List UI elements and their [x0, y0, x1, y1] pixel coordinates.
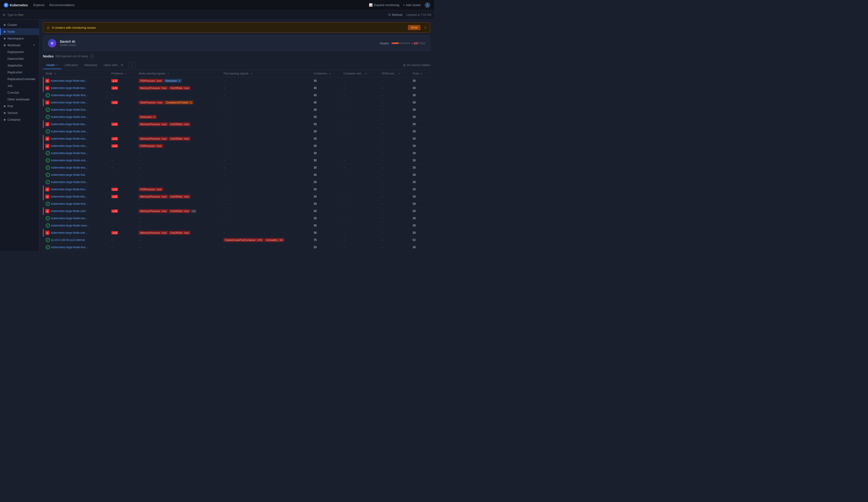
node-name[interactable]: kubernetes-large-Node-thre... — [51, 94, 88, 97]
warning-tag: MemoryPressure : true — [138, 137, 168, 141]
node-name[interactable]: kubernetes-large-Node-one... — [51, 137, 87, 140]
node-warnings-cell: PIDPressure : true — [136, 142, 221, 150]
warning-tag: PIDPressure : true — [138, 144, 163, 148]
node-name[interactable]: ip-10-0-130-92.ec2.internal — [51, 238, 85, 242]
col-header-container-rest[interactable]: Container rest... ⇅ — [341, 70, 379, 77]
node-name[interactable]: kubernetes-large-Node-two... — [51, 195, 87, 198]
node-warnings-cell: PIDPressure : trueRebooted : 2 — [136, 77, 221, 84]
node-name[interactable]: kubernetes-large-Node-one... — [51, 159, 88, 162]
filter-bar: ⊞ ↻ Refresh Updated at 7:53 PM — [0, 10, 434, 20]
node-name[interactable]: kubernetes-large-Node-thre... — [51, 202, 88, 205]
node-name[interactable]: kubernetes-large-Node-four... — [51, 152, 88, 155]
node-name[interactable]: kubernetes-large-Node-two... — [51, 123, 87, 126]
node-cell: ◇ kubernetes-large-Node-two... — [43, 77, 109, 84]
explorer-link[interactable]: Explorer — [33, 3, 44, 7]
sidebar-item-deployment[interactable]: Deployment — [0, 49, 39, 55]
node-name[interactable]: kubernetes-large-Node-four... — [51, 245, 88, 249]
sidebar-item-replicaset[interactable]: ReplicaSet — [0, 69, 39, 76]
alert-close-button[interactable]: ✕ — [424, 26, 427, 30]
sidebar-item-node[interactable]: Node — [0, 28, 39, 35]
sidebar-item-namespace[interactable]: Namespace — [0, 35, 39, 42]
sidebar-item-replicationcontroller[interactable]: ReplicationController — [0, 76, 39, 82]
davis-logo: D — [48, 39, 56, 47]
node-cell: ◇ kubernetes-large-Node-one... — [43, 229, 109, 237]
refresh-button[interactable]: ↻ Refresh — [388, 13, 403, 17]
col-header-containers[interactable]: Containers ⇅ — [311, 70, 341, 77]
node-name[interactable]: kubernetes-large-Node-four... — [51, 108, 88, 111]
node-name[interactable]: kubernetes-large-Node-one... — [51, 231, 87, 234]
tab-open-with[interactable]: Open with... ⧉ — [100, 61, 126, 69]
node-name[interactable]: kubernetes-large-Node-thre... — [51, 180, 88, 184]
tab-metadata[interactable]: Metadata — [81, 61, 100, 69]
node-name[interactable]: kubernetes-large-Node-two... — [51, 217, 87, 220]
tab-health[interactable]: Health ✏ — [43, 61, 62, 69]
node-cell: ◇ kubernetes-large-Node-two... — [43, 193, 109, 200]
oom-cell: – — [379, 229, 410, 237]
pod-warnings-cell: – — [221, 229, 311, 237]
sidebar-label-job: Job — [8, 84, 12, 88]
problems-cell: ◇ 1 — [109, 121, 136, 128]
col-header-node[interactable]: Node ⇅ — [43, 70, 109, 77]
col-header-pod-warnings[interactable]: Pod warning signals ⇅ — [221, 70, 311, 77]
node-name[interactable]: kubernetes-large-Node-one... — [51, 130, 88, 133]
problems-cell: – — [109, 92, 136, 99]
col-header-problems[interactable]: Problems ⇅ — [109, 70, 136, 77]
sidebar-item-statefulset[interactable]: StatefulSet — [0, 62, 39, 69]
node-name[interactable]: kubernetes-large-Node-one... — [51, 101, 87, 104]
nav-links: Explorer Recommendations — [33, 3, 75, 7]
davis-card: D Davis® AI Health status Nodes ♦ 197 / … — [43, 36, 430, 51]
container-rest-cell: – — [341, 251, 379, 251]
sidebar-label-deployment: Deployment — [8, 50, 23, 54]
sidebar-item-cronjob[interactable]: CronJob — [0, 89, 39, 96]
nodes-info-icon[interactable]: i — [90, 54, 94, 58]
more-options-button[interactable]: ⋮ — [128, 62, 135, 68]
oom-cell: – — [379, 84, 410, 92]
problems-cell: – — [109, 157, 136, 164]
sidebar-item-container[interactable]: Container — [0, 116, 39, 123]
pod-warnings-cell: – — [221, 171, 311, 179]
node-dash: – — [138, 224, 140, 227]
col-header-pods[interactable]: Pods ⇅ — [410, 70, 430, 77]
alert-show-button[interactable]: Show — [408, 25, 421, 30]
pod-warnings-cell: – — [221, 142, 311, 150]
sidebar-item-service[interactable]: Service — [0, 110, 39, 116]
sidebar-item-cluster[interactable]: Cluster — [0, 21, 39, 28]
node-name[interactable]: kubernetes-large-Node-zero — [51, 209, 86, 213]
columns-hidden-button[interactable]: ⊞ 29 columns hidden — [403, 63, 430, 67]
pods-cell: 30 — [410, 179, 430, 186]
recommendations-link[interactable]: Recommendations — [49, 3, 74, 7]
sidebar-item-workload[interactable]: Workload ▼ — [0, 42, 39, 49]
filter-input[interactable] — [7, 13, 386, 17]
node-dash: – — [138, 159, 140, 162]
sidebar-item-daemonset[interactable]: DaemonSet — [0, 55, 39, 62]
tab-utilization[interactable]: Utilization — [62, 61, 81, 69]
kubernetes-icon: K — [4, 3, 8, 8]
node-cell: ✓ kubernetes-large-Node-thre... — [43, 200, 109, 208]
tab-edit-icon[interactable]: ✏ — [56, 63, 58, 67]
no-problem: – — [111, 245, 113, 249]
node-name[interactable]: kubernetes-large-Node-four... — [51, 188, 87, 191]
node-name[interactable]: kubernetes-large-Node-seve... — [51, 224, 89, 227]
oom-cell: – — [379, 164, 410, 171]
node-name[interactable]: kubernetes-large-Node-two... — [51, 87, 87, 90]
node-name[interactable]: kubernetes-large-Node-one... — [51, 116, 88, 119]
user-avatar[interactable]: 👤 — [425, 2, 430, 8]
containers-cell: 30 — [311, 200, 341, 208]
pods-cell: 30 — [410, 106, 430, 113]
col-header-node-warnings[interactable]: Node warning signals ⇅ — [136, 70, 221, 77]
add-cluster-button[interactable]: + Add cluster — [403, 3, 421, 7]
sidebar-item-otherworkloads[interactable]: Other workloads — [0, 96, 39, 103]
node-name[interactable]: kubernetes-large-Node-two... — [51, 79, 87, 82]
node-cell: ✓ kubernetes-large-Node-two... — [43, 164, 109, 171]
table-row: ✓ kubernetes-large-Node-one... –––30––30 — [43, 128, 431, 135]
sidebar-item-job[interactable]: Job — [0, 82, 39, 89]
expand-monitoring-button[interactable]: 📊 Expand monitoring — [369, 3, 399, 7]
node-name[interactable]: kubernetes-large-Node-two... — [51, 166, 87, 169]
sidebar-item-pod[interactable]: Pod — [0, 103, 39, 110]
node-name[interactable]: kubernetes-large-Node-five — [51, 173, 85, 177]
node-name[interactable]: kubernetes-large-Node-one... — [51, 144, 87, 148]
nodes-progress-bar — [392, 42, 410, 44]
table-row: ◇ kubernetes-large-Node-two... ◇ 1Memory… — [43, 121, 431, 128]
col-header-oom[interactable]: OOM eve... ⇅ — [379, 70, 410, 77]
pod-warnings-cell: – — [221, 106, 311, 113]
